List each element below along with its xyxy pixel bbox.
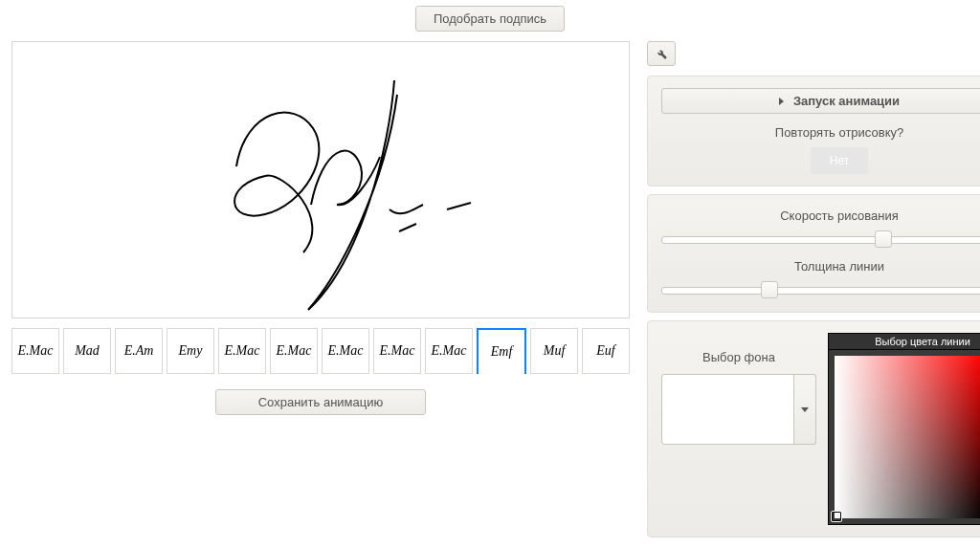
- color-panel: Выбор фона Выбор цвета линии: [647, 320, 980, 537]
- line-color-title: Выбор цвета линии: [828, 333, 980, 350]
- save-animation-button[interactable]: Сохранить анимацию: [215, 389, 426, 415]
- thumb-item[interactable]: E.Mac: [270, 328, 318, 374]
- thumb-item[interactable]: E.Mac: [218, 328, 266, 374]
- speed-label: Скорость рисования: [661, 208, 980, 223]
- repeat-toggle[interactable]: Нет: [811, 147, 868, 174]
- thumb-item[interactable]: E.Mac: [425, 328, 473, 374]
- sv-cursor[interactable]: [831, 511, 842, 522]
- start-animation-label: Запуск анимации: [793, 94, 900, 108]
- bg-preview[interactable]: [661, 374, 816, 445]
- slider-track: [661, 287, 980, 295]
- pick-signature-button[interactable]: Подобрать подпись: [415, 6, 565, 32]
- thumb-item[interactable]: E.Mac: [322, 328, 369, 374]
- thumb-item[interactable]: Emf: [477, 328, 526, 374]
- repeat-label: Повторять отрисовку?: [661, 125, 980, 140]
- animation-panel: Запуск анимации Повторять отрисовку? Нет: [647, 76, 980, 186]
- preview-column: E.MacMadE.AmEmyE.MacE.MacE.MacE.MacE.Mac…: [11, 41, 630, 545]
- thumb-item[interactable]: Muf: [530, 328, 578, 374]
- thumb-item[interactable]: Mad: [63, 328, 111, 374]
- bg-label: Выбор фона: [702, 350, 775, 364]
- thickness-slider[interactable]: [661, 281, 980, 298]
- bg-dropdown-button[interactable]: [793, 374, 816, 445]
- start-animation-button[interactable]: Запуск анимации: [661, 88, 980, 114]
- thumb-item[interactable]: Euf: [582, 328, 630, 374]
- settings-column: Запуск анимации Повторять отрисовку? Нет…: [647, 41, 980, 545]
- slider-track: [661, 236, 980, 244]
- chevron-down-icon: [801, 407, 809, 412]
- speed-handle[interactable]: [875, 230, 892, 248]
- thumb-item[interactable]: E.Am: [115, 328, 163, 374]
- wrench-icon: [655, 47, 668, 60]
- thumb-item[interactable]: Emy: [167, 328, 214, 374]
- speed-slider[interactable]: [661, 230, 980, 248]
- play-icon: [779, 98, 784, 105]
- line-color-picker: Выбор цвета линии: [828, 333, 980, 525]
- sv-field[interactable]: [835, 356, 980, 518]
- thumbnail-strip[interactable]: E.MacMadE.AmEmyE.MacE.MacE.MacE.MacE.Mac…: [11, 328, 630, 374]
- thickness-label: Толщина линии: [661, 259, 980, 274]
- settings-toggle-button[interactable]: [647, 41, 676, 66]
- thickness-handle[interactable]: [761, 281, 778, 298]
- thumb-item[interactable]: E.Mac: [373, 328, 421, 374]
- thumb-item[interactable]: E.Mac: [11, 328, 59, 374]
- sliders-panel: Скорость рисования Толщина линии: [647, 194, 980, 313]
- signature-canvas[interactable]: [11, 41, 630, 318]
- signature-drawing: [12, 42, 629, 318]
